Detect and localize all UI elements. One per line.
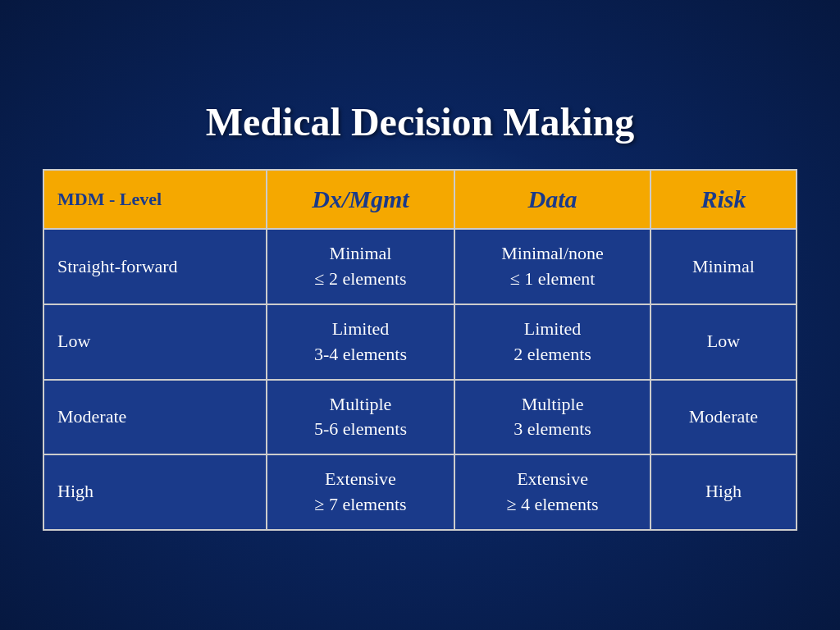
table-row: HighExtensive≥ 7 elementsExtensive≥ 4 el… — [43, 454, 797, 530]
cell-dx-1: Limited3-4 elements — [267, 304, 454, 380]
table-header-row: MDM - Level Dx/Mgmt Data Risk — [43, 170, 797, 229]
cell-risk-0: Minimal — [651, 229, 797, 304]
table-row: LowLimited3-4 elementsLimited2 elementsL… — [43, 304, 797, 380]
table-row: ModerateMultiple5-6 elementsMultiple3 el… — [43, 380, 797, 455]
header-mdm-level: MDM - Level — [43, 170, 267, 229]
cell-dx-0: Minimal≤ 2 elements — [267, 229, 454, 304]
cell-data-3: Extensive≥ 4 elements — [454, 454, 651, 530]
mdm-table: MDM - Level Dx/Mgmt Data Risk Straight-f… — [43, 169, 797, 530]
cell-risk-1: Low — [651, 304, 797, 380]
cell-data-2: Multiple3 elements — [454, 380, 651, 455]
cell-level-0: Straight-forward — [43, 229, 267, 304]
cell-dx-2: Multiple5-6 elements — [267, 380, 454, 455]
header-dx-mgmt: Dx/Mgmt — [267, 170, 454, 229]
cell-level-3: High — [43, 454, 267, 530]
cell-risk-2: Moderate — [651, 380, 797, 455]
header-data: Data — [454, 170, 651, 229]
table-wrapper: MDM - Level Dx/Mgmt Data Risk Straight-f… — [43, 169, 797, 530]
cell-dx-3: Extensive≥ 7 elements — [267, 454, 454, 530]
cell-risk-3: High — [651, 454, 797, 530]
table-row: Straight-forwardMinimal≤ 2 elementsMinim… — [43, 229, 797, 304]
cell-level-1: Low — [43, 304, 267, 380]
cell-data-0: Minimal/none≤ 1 element — [454, 229, 651, 304]
cell-data-1: Limited2 elements — [454, 304, 651, 380]
cell-level-2: Moderate — [43, 380, 267, 455]
header-risk: Risk — [651, 170, 797, 229]
page-title: Medical Decision Making — [206, 99, 635, 144]
